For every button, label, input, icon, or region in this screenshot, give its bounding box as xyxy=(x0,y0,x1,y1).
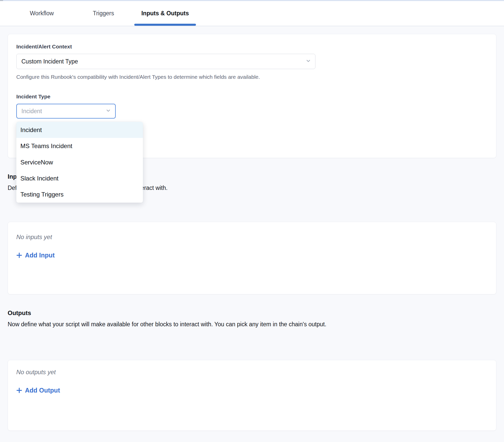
inputs-panel: No inputs yet Add Input xyxy=(8,222,496,294)
add-output-label: Add Output xyxy=(25,386,60,394)
inputs-empty-text: No inputs yet xyxy=(16,233,488,241)
menu-option-servicenow[interactable]: ServiceNow xyxy=(16,154,143,170)
outputs-panel: No outputs yet Add Output xyxy=(8,360,496,431)
chevron-down-icon xyxy=(306,58,311,65)
menu-option-testing-triggers[interactable]: Testing Triggers xyxy=(16,187,143,203)
incident-context-help: Configure this Runbook's compatibility w… xyxy=(16,73,488,81)
outputs-section-description: Now define what your script will make av… xyxy=(8,320,496,328)
incident-context-select[interactable]: Custom Incident Type xyxy=(16,54,315,69)
add-input-label: Add Input xyxy=(25,251,55,259)
tab-workflow[interactable]: Workflow xyxy=(11,1,73,26)
plus-icon xyxy=(16,387,22,393)
add-input-button[interactable]: Add Input xyxy=(16,251,55,259)
tab-inputs-outputs[interactable]: Inputs & Outputs xyxy=(134,1,196,26)
outputs-section-title: Outputs xyxy=(8,309,496,317)
menu-option-slack-incident[interactable]: Slack Incident xyxy=(16,170,143,186)
outputs-empty-text: No outputs yet xyxy=(16,368,488,376)
main-content: Incident/Alert Context Custom Incident T… xyxy=(0,27,504,442)
incident-type-select[interactable]: Incident xyxy=(16,104,116,119)
tab-bar: Workflow Triggers Inputs & Outputs xyxy=(0,1,504,26)
incident-context-label: Incident/Alert Context xyxy=(16,43,488,50)
incident-type-dropdown-menu: Incident MS Teams Incident ServiceNow Sl… xyxy=(16,122,143,203)
add-output-button[interactable]: Add Output xyxy=(16,386,60,394)
tab-triggers[interactable]: Triggers xyxy=(73,1,134,26)
incident-type-label: Incident Type xyxy=(16,93,488,100)
incident-type-placeholder: Incident xyxy=(21,108,42,115)
incident-context-value: Custom Incident Type xyxy=(21,58,78,65)
chevron-down-icon xyxy=(105,108,111,114)
menu-option-incident[interactable]: Incident xyxy=(16,122,143,138)
plus-icon xyxy=(16,252,22,258)
menu-option-ms-teams-incident[interactable]: MS Teams Incident xyxy=(16,138,143,154)
